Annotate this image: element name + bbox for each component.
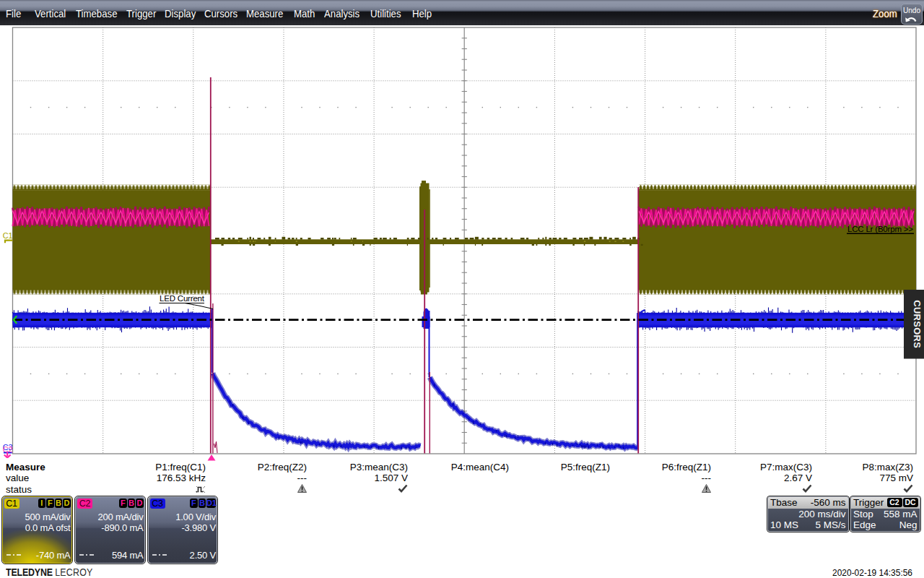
svg-text:C1: C1 [3, 231, 13, 240]
svg-text:LED Current: LED Current [160, 294, 205, 303]
svg-text:LCC Lr (B0rpm >>: LCC Lr (B0rpm >> [847, 225, 913, 233]
svg-text:CURSORS: CURSORS [912, 300, 923, 348]
